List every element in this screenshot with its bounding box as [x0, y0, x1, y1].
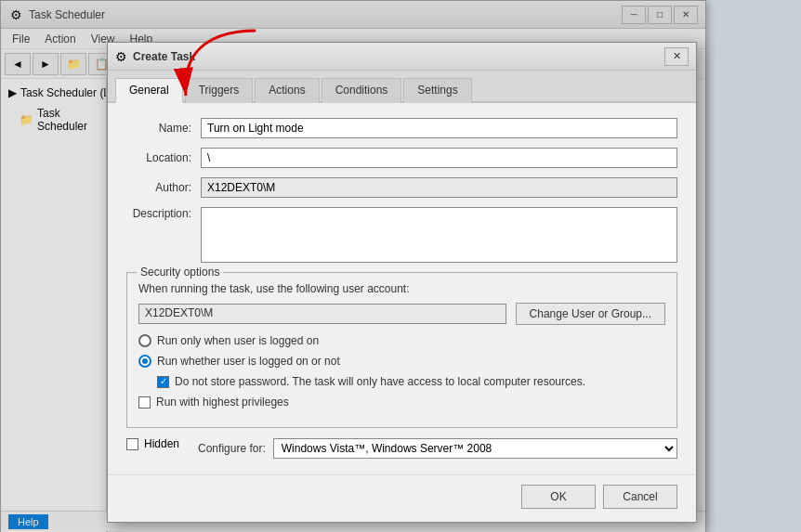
radio-dot	[142, 358, 148, 364]
dialog-icon: ⚙	[115, 49, 127, 64]
dialog-title: Create Task	[133, 50, 664, 63]
hidden-row: Hidden	[126, 437, 179, 450]
checkbox-no-store[interactable]: ✓ Do not store password. The task will o…	[157, 375, 665, 388]
author-input[interactable]	[201, 177, 677, 198]
dialog-body: Name: Location: Author: Description: Sec…	[108, 103, 696, 474]
description-label: Description:	[126, 207, 201, 220]
security-options-group: Security options When running the task, …	[126, 272, 677, 428]
hidden-configure-row: Hidden Configure for: Windows Vista™, Wi…	[126, 437, 677, 460]
dialog-titlebar: ⚙ Create Task ✕	[108, 43, 696, 71]
tab-conditions[interactable]: Conditions	[322, 78, 402, 103]
dialog-footer: OK Cancel	[108, 474, 696, 522]
location-label: Location:	[126, 151, 201, 164]
radio-logged-on-label: Run only when user is logged on	[157, 334, 319, 347]
user-account-desc: When running the task, use the following…	[138, 282, 665, 295]
checkbox-hidden-label: Hidden	[144, 437, 179, 450]
cancel-button[interactable]: Cancel	[603, 485, 677, 509]
radio-whether-logged-label: Run whether user is logged on or not	[157, 355, 340, 368]
dialog-close-button[interactable]: ✕	[664, 47, 689, 66]
configure-select[interactable]: Windows Vista™, Windows Server™ 2008	[273, 438, 677, 459]
tab-settings[interactable]: Settings	[403, 78, 471, 103]
author-label: Author:	[126, 181, 201, 194]
create-task-dialog: ⚙ Create Task ✕ General Triggers Actions…	[107, 42, 697, 523]
checkbox-no-store-box[interactable]: ✓	[157, 376, 169, 388]
radio-whether-logged-btn[interactable]	[138, 355, 151, 368]
tab-triggers[interactable]: Triggers	[185, 78, 254, 103]
radio-logged-on-btn[interactable]	[138, 334, 151, 347]
location-row: Location:	[126, 148, 677, 168]
configure-row: Configure for: Windows Vista™, Windows S…	[198, 438, 677, 459]
user-account-row: X12DEXT0\M Change User or Group...	[138, 303, 665, 325]
configure-label: Configure for:	[198, 442, 266, 455]
tab-general[interactable]: General	[115, 78, 183, 103]
checkbox-hidden-box[interactable]	[126, 438, 138, 450]
location-input[interactable]	[201, 148, 677, 168]
description-row: Description:	[126, 207, 677, 263]
name-input[interactable]	[201, 118, 677, 138]
dialog-tabs: General Triggers Actions Conditions Sett…	[108, 71, 696, 103]
checkmark-icon: ✓	[160, 377, 167, 386]
name-row: Name:	[126, 118, 677, 138]
checkbox-no-store-label: Do not store password. The task will onl…	[175, 375, 585, 388]
checkbox-privileges[interactable]: Run with highest privileges	[138, 396, 665, 409]
radio-whether-logged[interactable]: Run whether user is logged on or not	[138, 355, 665, 368]
tab-actions[interactable]: Actions	[255, 78, 319, 103]
checkbox-privileges-label: Run with highest privileges	[156, 396, 289, 409]
author-row: Author:	[126, 177, 677, 198]
name-label: Name:	[126, 122, 201, 135]
desktop: ⚙ Task Scheduler ─ □ ✕ File Action View …	[0, 0, 801, 532]
ok-button[interactable]: OK	[521, 485, 596, 509]
radio-logged-on[interactable]: Run only when user is logged on	[138, 334, 665, 347]
user-account-field: X12DEXT0\M	[138, 304, 506, 324]
change-user-button[interactable]: Change User or Group...	[516, 303, 665, 325]
checkbox-privileges-box[interactable]	[138, 396, 151, 409]
description-input[interactable]	[201, 207, 677, 263]
security-group-legend: Security options	[137, 266, 223, 279]
